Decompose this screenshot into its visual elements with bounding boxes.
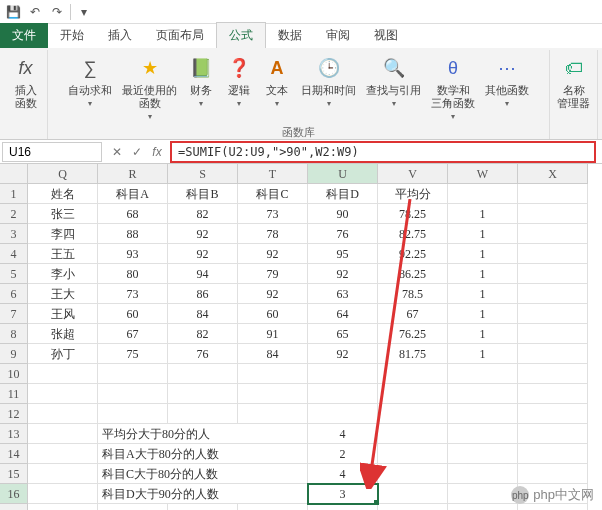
cell[interactable]: [238, 384, 308, 404]
undo-icon[interactable]: ↶: [26, 3, 44, 21]
cell[interactable]: [308, 504, 378, 510]
cell[interactable]: [98, 384, 168, 404]
name-manager-button[interactable]: 🏷 名称 管理器: [553, 52, 594, 112]
recent-functions-button[interactable]: ★ 最近使用的 函数 ▾: [118, 52, 181, 123]
row-header[interactable]: 6: [0, 284, 28, 304]
math-button[interactable]: θ 数学和 三角函数 ▾: [427, 52, 479, 123]
cell[interactable]: 92: [238, 284, 308, 304]
col-header[interactable]: S: [168, 164, 238, 184]
row-header[interactable]: 2: [0, 204, 28, 224]
cell[interactable]: 科目C: [238, 184, 308, 204]
row-header[interactable]: 14: [0, 444, 28, 464]
redo-icon[interactable]: ↷: [48, 3, 66, 21]
text-button[interactable]: A 文本 ▾: [259, 52, 295, 123]
cell[interactable]: [308, 364, 378, 384]
cell[interactable]: [378, 364, 448, 384]
cell[interactable]: 94: [168, 264, 238, 284]
cell[interactable]: 91: [238, 324, 308, 344]
cell[interactable]: [378, 444, 448, 464]
cell[interactable]: [448, 484, 518, 504]
cell[interactable]: [168, 504, 238, 510]
cell[interactable]: [98, 404, 168, 424]
cell[interactable]: 1: [448, 264, 518, 284]
cell[interactable]: [238, 504, 308, 510]
cell[interactable]: [238, 364, 308, 384]
tab-insert[interactable]: 插入: [96, 23, 144, 48]
cell[interactable]: [518, 504, 588, 510]
cell[interactable]: [518, 364, 588, 384]
cell-selected[interactable]: 3: [308, 484, 378, 504]
row-header[interactable]: 4: [0, 244, 28, 264]
cell[interactable]: [518, 424, 588, 444]
cell[interactable]: [378, 464, 448, 484]
cell[interactable]: 76: [168, 344, 238, 364]
cell[interactable]: [448, 404, 518, 424]
cell[interactable]: [518, 404, 588, 424]
col-header[interactable]: T: [238, 164, 308, 184]
cell[interactable]: 张三: [28, 204, 98, 224]
cell[interactable]: [378, 484, 448, 504]
cell[interactable]: 92: [308, 264, 378, 284]
cell[interactable]: 76.25: [378, 324, 448, 344]
cell[interactable]: 60: [98, 304, 168, 324]
cell[interactable]: 科目C大于80分的人数: [98, 464, 308, 484]
cell[interactable]: 4: [308, 464, 378, 484]
formula-bar[interactable]: =SUMIF(U2:U9,">90",W2:W9): [170, 141, 596, 163]
row-header[interactable]: 16: [0, 484, 28, 504]
cell[interactable]: 78.5: [378, 284, 448, 304]
cell[interactable]: 孙丁: [28, 344, 98, 364]
cell[interactable]: 科目A: [98, 184, 168, 204]
cell[interactable]: [168, 404, 238, 424]
col-header[interactable]: R: [98, 164, 168, 184]
cell[interactable]: [518, 384, 588, 404]
cell[interactable]: [98, 504, 168, 510]
tab-file[interactable]: 文件: [0, 23, 48, 48]
cell[interactable]: 73: [238, 204, 308, 224]
cell[interactable]: [448, 464, 518, 484]
tab-formulas[interactable]: 公式: [216, 22, 266, 48]
cell[interactable]: 1: [448, 244, 518, 264]
cell[interactable]: 王五: [28, 244, 98, 264]
cell[interactable]: [378, 504, 448, 510]
cell[interactable]: 90: [308, 204, 378, 224]
col-header[interactable]: W: [448, 164, 518, 184]
row-header[interactable]: 8: [0, 324, 28, 344]
cell[interactable]: [28, 464, 98, 484]
cell[interactable]: 1: [448, 304, 518, 324]
cell[interactable]: 姓名: [28, 184, 98, 204]
cell[interactable]: [98, 364, 168, 384]
qat-more-icon[interactable]: ▾: [75, 3, 93, 21]
cell[interactable]: 84: [168, 304, 238, 324]
cell[interactable]: 67: [98, 324, 168, 344]
cell[interactable]: 92: [308, 344, 378, 364]
cell[interactable]: 92.25: [378, 244, 448, 264]
row-header[interactable]: 15: [0, 464, 28, 484]
cell[interactable]: [448, 424, 518, 444]
cell[interactable]: [448, 184, 518, 204]
cell[interactable]: 科目A大于80分的人数: [98, 444, 308, 464]
cell[interactable]: 王大: [28, 284, 98, 304]
cell[interactable]: [518, 304, 588, 324]
cell[interactable]: 76: [308, 224, 378, 244]
worksheet[interactable]: Q R S T U V W X 1 姓名 科目A 科目B 科目C 科目D 平均分…: [0, 164, 602, 510]
cell[interactable]: [378, 384, 448, 404]
cell[interactable]: 82: [168, 324, 238, 344]
cell[interactable]: 平均分大于80分的人: [98, 424, 308, 444]
row-header[interactable]: 10: [0, 364, 28, 384]
lookup-button[interactable]: 🔍 查找与引用 ▾: [362, 52, 425, 123]
row-header[interactable]: 5: [0, 264, 28, 284]
col-header[interactable]: X: [518, 164, 588, 184]
row-header[interactable]: 13: [0, 424, 28, 444]
row-header[interactable]: 1: [0, 184, 28, 204]
cell[interactable]: 科目D: [308, 184, 378, 204]
cell[interactable]: 81.75: [378, 344, 448, 364]
cell[interactable]: [518, 184, 588, 204]
cell[interactable]: 2: [308, 444, 378, 464]
cell[interactable]: 93: [98, 244, 168, 264]
cell[interactable]: [28, 404, 98, 424]
cell[interactable]: [308, 404, 378, 424]
cell[interactable]: 王风: [28, 304, 98, 324]
cell[interactable]: 1: [448, 344, 518, 364]
cell[interactable]: 92: [238, 244, 308, 264]
cell[interactable]: [448, 504, 518, 510]
